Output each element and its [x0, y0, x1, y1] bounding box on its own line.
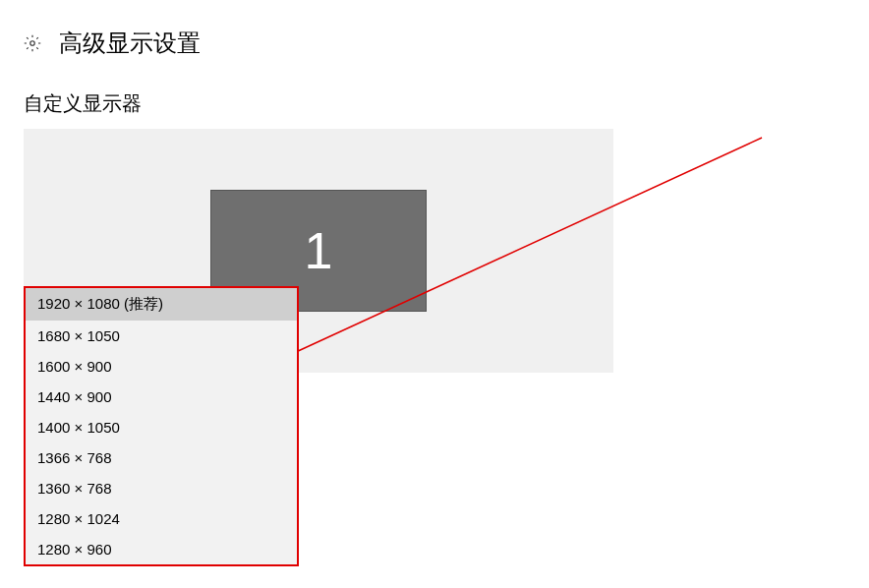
section-customize-title: 自定义显示器: [0, 67, 869, 129]
resolution-option[interactable]: 1366 × 768: [26, 442, 297, 473]
resolution-option[interactable]: 1360 × 768: [26, 473, 297, 503]
page-header: 高级显示设置: [0, 0, 869, 67]
resolution-option[interactable]: 1400 × 1050: [26, 412, 297, 442]
resolution-option[interactable]: 1920 × 1080 (推荐): [26, 288, 297, 321]
gear-icon: [24, 34, 41, 52]
resolution-option[interactable]: 1440 × 900: [26, 382, 297, 412]
resolution-option[interactable]: 1680 × 1050: [26, 321, 297, 351]
resolution-option[interactable]: 1280 × 960: [26, 534, 297, 564]
resolution-option[interactable]: 1280 × 1024: [26, 503, 297, 534]
resolution-dropdown[interactable]: 1920 × 1080 (推荐)1680 × 10501600 × 900144…: [24, 286, 299, 566]
monitor-number: 1: [305, 221, 333, 280]
page-title: 高级显示设置: [59, 28, 201, 59]
resolution-option[interactable]: 1600 × 900: [26, 351, 297, 382]
svg-point-0: [30, 41, 35, 46]
